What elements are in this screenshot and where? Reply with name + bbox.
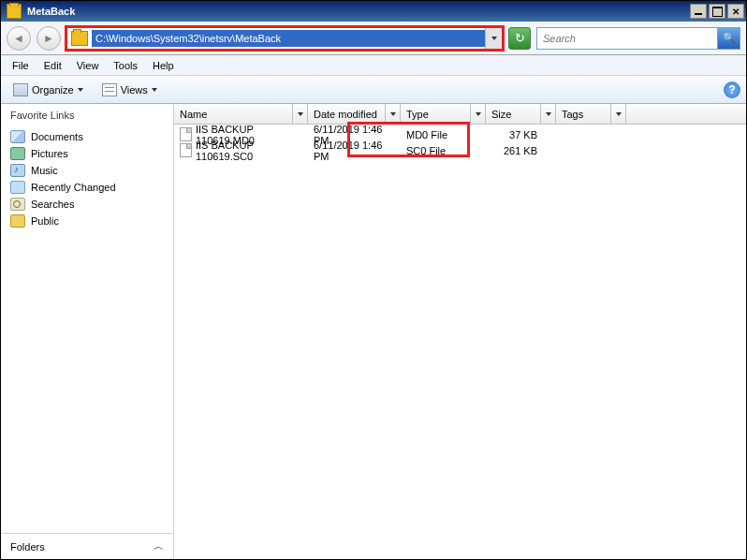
sidebar-item-searches[interactable]: Searches — [1, 196, 173, 213]
file-date-cell: 6/11/2019 1:46 PM — [308, 140, 401, 162]
organize-button[interactable]: Organize — [7, 81, 90, 99]
file-type-cell: MD0 File — [401, 129, 486, 140]
column-dropdown[interactable] — [292, 104, 307, 124]
sidebar-label: Documents — [31, 131, 83, 142]
picture-icon — [10, 147, 25, 160]
forward-button[interactable]: ► — [37, 26, 61, 51]
column-headers: Name Date modified Type Size Tags — [174, 104, 746, 125]
chevron-down-icon — [491, 37, 497, 40]
chevron-down-icon — [546, 112, 551, 116]
window-controls: ✕ — [690, 4, 744, 19]
refresh-button[interactable]: ↻ — [508, 27, 531, 50]
column-label: Type — [406, 109, 429, 120]
favorites-header: Favorite Links — [1, 104, 173, 126]
chevron-down-icon — [298, 112, 303, 116]
search-input[interactable] — [537, 33, 717, 44]
address-bar[interactable]: C:\Windows\System32\inetsrv\MetaBack — [66, 27, 503, 50]
menu-view[interactable]: View — [69, 58, 107, 73]
address-dropdown[interactable] — [485, 28, 502, 49]
window-title: MetaBack — [25, 6, 690, 17]
file-rows: IIS BACKUP 110619.MD0 6/11/2019 1:46 PM … — [174, 125, 746, 158]
menu-edit[interactable]: Edit — [37, 58, 69, 73]
chevron-down-icon — [78, 88, 83, 92]
views-label: Views — [121, 84, 148, 96]
chevron-down-icon — [476, 112, 481, 116]
file-list: Name Date modified Type Size Tags IIS BA… — [174, 104, 746, 559]
folder-icon — [71, 31, 88, 46]
column-dropdown[interactable] — [385, 104, 400, 124]
column-size[interactable]: Size — [486, 104, 556, 124]
file-icon — [180, 143, 192, 157]
sidebar-item-recently-changed[interactable]: Recently Changed — [1, 179, 173, 196]
close-button[interactable]: ✕ — [727, 4, 744, 19]
main-area: Favorite Links Documents Pictures Music … — [1, 104, 746, 559]
sidebar-item-pictures[interactable]: Pictures — [1, 145, 173, 162]
sidebar: Favorite Links Documents Pictures Music … — [1, 104, 174, 559]
folders-toggle[interactable]: Folders ︿ — [1, 533, 173, 559]
column-date[interactable]: Date modified — [308, 104, 401, 124]
search-icon — [10, 198, 25, 211]
chevron-down-icon — [616, 112, 622, 116]
search-box: 🔍 — [536, 27, 740, 50]
sidebar-label: Searches — [31, 199, 74, 210]
minimize-icon — [695, 7, 702, 15]
address-path[interactable]: C:\Windows\System32\inetsrv\MetaBack — [92, 30, 485, 47]
nav-bar: ◄ ► C:\Windows\System32\inetsrv\MetaBack… — [1, 22, 746, 55]
music-icon — [10, 164, 25, 177]
sidebar-label: Pictures — [31, 148, 68, 159]
menu-tools[interactable]: Tools — [106, 58, 145, 73]
minimize-button[interactable] — [690, 4, 707, 19]
file-size-cell: 37 KB — [486, 129, 556, 140]
column-type[interactable]: Type — [401, 104, 486, 124]
file-row[interactable]: IIS BACKUP 110619.SC0 6/11/2019 1:46 PM … — [174, 142, 746, 158]
sidebar-label: Public — [31, 215, 59, 227]
views-icon — [102, 83, 117, 96]
column-dropdown[interactable] — [610, 104, 625, 124]
sidebar-label: Music — [31, 165, 58, 176]
column-label: Tags — [562, 109, 583, 120]
column-label: Size — [491, 109, 511, 120]
sidebar-label: Recently Changed — [31, 182, 116, 193]
column-dropdown[interactable] — [470, 104, 485, 124]
file-type-cell: SC0 File — [401, 145, 486, 156]
search-button[interactable]: 🔍 — [717, 28, 740, 49]
file-name: IIS BACKUP 110619.SC0 — [196, 140, 302, 162]
file-size-cell: 261 KB — [486, 145, 556, 156]
back-button[interactable]: ◄ — [7, 26, 31, 51]
column-label: Name — [180, 109, 207, 120]
help-button[interactable]: ? — [724, 81, 740, 98]
column-tags[interactable]: Tags — [556, 104, 626, 124]
favorites-list: Documents Pictures Music Recently Change… — [1, 126, 173, 533]
folders-label: Folders — [10, 541, 45, 553]
column-label: Date modified — [314, 109, 377, 120]
folder-icon — [7, 4, 22, 19]
menu-help[interactable]: Help — [145, 58, 182, 73]
chevron-down-icon — [152, 88, 157, 92]
column-name[interactable]: Name — [174, 104, 308, 124]
public-folder-icon — [10, 214, 25, 228]
tool-bar: Organize Views ? — [1, 76, 746, 104]
organize-icon — [13, 83, 28, 96]
chevron-down-icon — [390, 112, 396, 116]
sidebar-item-public[interactable]: Public — [1, 213, 173, 229]
views-button[interactable]: Views — [95, 81, 164, 99]
title-bar: MetaBack ✕ — [1, 1, 746, 22]
file-icon — [180, 127, 192, 141]
sidebar-item-documents[interactable]: Documents — [1, 128, 173, 145]
maximize-icon — [712, 7, 723, 17]
chevron-up-icon: ︿ — [154, 539, 164, 553]
menu-file[interactable]: File — [5, 58, 37, 73]
recent-icon — [10, 181, 25, 194]
file-name-cell: IIS BACKUP 110619.SC0 — [174, 140, 308, 162]
organize-label: Organize — [32, 84, 74, 96]
document-icon — [10, 130, 25, 143]
maximize-button[interactable] — [709, 4, 725, 19]
menu-bar: File Edit View Tools Help — [1, 55, 746, 76]
sidebar-item-music[interactable]: Music — [1, 162, 173, 179]
column-dropdown[interactable] — [540, 104, 555, 124]
